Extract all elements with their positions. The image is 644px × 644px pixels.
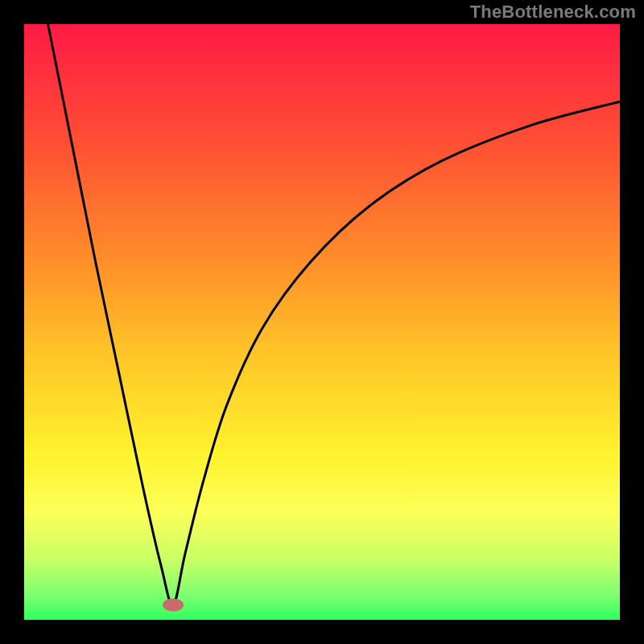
watermark-text: TheBottleneck.com — [470, 2, 636, 23]
plot-background — [24, 24, 620, 620]
chart-frame: { "watermark": "TheBottleneck.com", "cha… — [0, 0, 644, 644]
bottleneck-curve-chart — [0, 0, 644, 644]
optimal-point-marker — [163, 599, 184, 612]
